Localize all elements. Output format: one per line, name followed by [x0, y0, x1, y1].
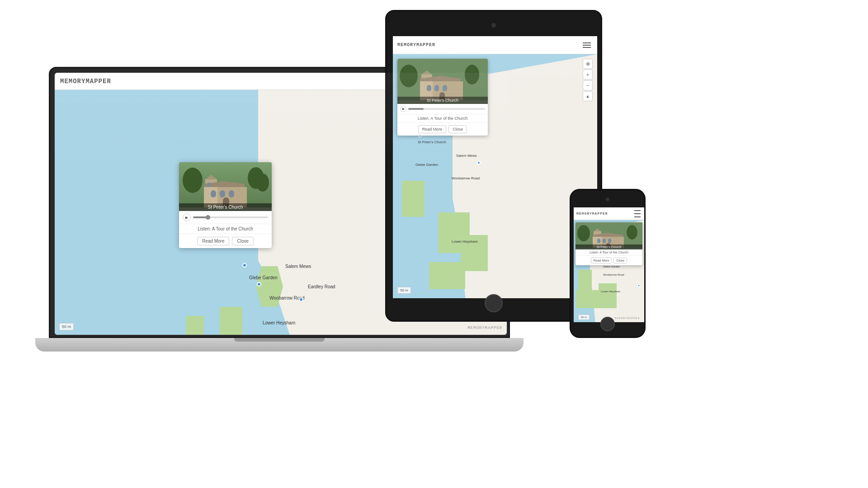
- read-more-button[interactable]: Read More: [197, 237, 229, 245]
- phone-body: MEMORYMAPPER Glebe Garde: [570, 189, 646, 338]
- tablet-listen-label: Listen: A Tour of the Church: [397, 114, 488, 123]
- tablet-popup: St Peter's Church ▶ Listen: A Tour of th…: [397, 59, 488, 136]
- tablet-locate-button[interactable]: ⊕: [583, 59, 593, 69]
- phone-device: MEMORYMAPPER Glebe Garde: [570, 189, 646, 338]
- popup-church-image: St Peter's Church: [179, 162, 272, 211]
- phone-screen: MEMORYMAPPER Glebe Garde: [574, 207, 644, 322]
- tablet-app-logo: MEMORYMAPPER: [397, 42, 435, 47]
- svg-point-3: [256, 174, 269, 192]
- tablet-app: MEMORYMAPPER: [393, 36, 597, 298]
- svg-point-29: [577, 225, 590, 241]
- phone-app-logo: MEMORYMAPPER: [576, 211, 608, 216]
- tablet-zoom-out-button[interactable]: −: [583, 80, 593, 90]
- phone-label-glebe: Glebe Garden: [603, 265, 620, 268]
- svg-rect-11: [229, 190, 234, 197]
- map-marker-4[interactable]: [257, 282, 261, 286]
- popup-church-title: St Peter's Church: [179, 203, 272, 211]
- phone-navbar: MEMORYMAPPER: [574, 207, 644, 220]
- svg-rect-9: [211, 190, 216, 197]
- tablet-label-glebe: Glebe Garden: [415, 163, 438, 167]
- tablet-play-button[interactable]: ▶: [400, 106, 406, 112]
- phone-menu-button[interactable]: [633, 209, 642, 218]
- tablet-label-woobarrow: Woobarrow Road: [452, 176, 480, 180]
- phone-app: MEMORYMAPPER Glebe Garde: [574, 207, 644, 322]
- svg-rect-38: [608, 239, 611, 243]
- svg-rect-24: [434, 85, 439, 91]
- tablet-navbar: MEMORYMAPPER: [393, 36, 597, 54]
- phone-home-button[interactable]: [600, 317, 615, 331]
- phone-marker-2[interactable]: [637, 284, 641, 287]
- svg-rect-36: [597, 239, 600, 243]
- tablet-map-green-4: [429, 262, 465, 289]
- phone-popup: St Peter's Church Listen: A Tour of the …: [576, 222, 642, 265]
- phone-map-green-1: [578, 270, 592, 292]
- tablet-zoom-in-button[interactable]: +: [583, 70, 593, 80]
- svg-rect-23: [427, 85, 431, 91]
- play-button[interactable]: ▶: [183, 213, 191, 221]
- phone-map-green-2: [599, 283, 617, 308]
- popup-audio-player: ▶: [179, 211, 272, 224]
- map-label-eardley: Eardley Road: [308, 284, 335, 289]
- audio-progress-bar[interactable]: [193, 216, 268, 218]
- phone-map[interactable]: Glebe Garden Woobarrow Road Lower Heysha…: [574, 220, 644, 322]
- svg-point-1: [183, 168, 203, 193]
- map-label-lower-heysham: Lower Heysham: [263, 320, 295, 325]
- tablet-label-church: St Peter's Church: [418, 140, 446, 144]
- tablet-popup-actions: Read More Close: [397, 123, 488, 136]
- phone-listen-label: Listen: A Tour of the Church: [576, 249, 642, 256]
- tablet-label-salem: Salem Mews: [456, 154, 477, 158]
- laptop-popup: St Peter's Church ▶ Listen: A Tour of th…: [179, 162, 272, 248]
- tablet-screen: MEMORYMAPPER: [393, 36, 597, 298]
- tablet-scale-bar: 50 m: [397, 287, 411, 294]
- map-label-salem: Salem Mews: [285, 264, 311, 269]
- tablet-home-button[interactable]: [485, 294, 503, 312]
- tablet-label-lower: Lower Heysham: [452, 239, 478, 244]
- phone-map-green-3: [576, 290, 599, 308]
- svg-rect-10: [220, 190, 225, 197]
- svg-point-30: [627, 225, 637, 239]
- phone-camera: [606, 197, 609, 201]
- map-green-5: [186, 316, 204, 335]
- tablet-popup-audio: ▶: [397, 104, 488, 114]
- tablet-popup-image: St Peter's Church: [397, 59, 488, 104]
- popup-listen-label: Listen: A Tour of the Church: [179, 224, 272, 234]
- phone-label-woobarrow: Woobarrow Road: [603, 273, 624, 276]
- svg-rect-37: [603, 239, 606, 243]
- phone-watermark: MEMORYMAPPER: [615, 317, 640, 320]
- tablet-camera: [491, 23, 496, 28]
- phone-popup-image: St Peter's Church: [576, 222, 642, 249]
- close-button[interactable]: Close: [232, 237, 254, 245]
- phone-label-lower: Lower Heysham: [601, 290, 620, 293]
- tablet-map-green-1: [402, 181, 425, 217]
- map-watermark: MEMORYMAPPER: [467, 326, 502, 330]
- phone-read-more-button[interactable]: Read More: [591, 258, 612, 263]
- tablet-audio-bar[interactable]: [408, 108, 485, 110]
- map-label-glebe: Glebe Garden: [249, 275, 278, 280]
- tablet-popup-church-title: St Peter's Church: [397, 97, 488, 104]
- svg-rect-25: [443, 85, 447, 91]
- tablet-north-button[interactable]: ▲: [583, 91, 593, 101]
- tablet-map-controls: ⊕ + − ▲: [583, 59, 593, 101]
- tablet-read-more-button[interactable]: Read More: [418, 125, 447, 133]
- tablet-close-button[interactable]: Close: [448, 125, 467, 133]
- svg-point-16: [400, 65, 418, 87]
- popup-actions: Read More Close: [179, 234, 272, 248]
- tablet-map[interactable]: Salem Mews Glebe Garden Woobarrow Road L…: [393, 54, 597, 298]
- map-green-2: [220, 307, 242, 335]
- phone-close-button[interactable]: Close: [613, 258, 627, 263]
- phone-popup-church-title: St Peter's Church: [576, 244, 642, 249]
- phone-popup-actions: Read More Close: [576, 256, 642, 265]
- svg-point-17: [465, 65, 479, 84]
- map-marker-church[interactable]: [242, 263, 247, 267]
- scale-bar: 50 m: [59, 323, 74, 330]
- laptop-app-logo: MEMORYMAPPER: [60, 78, 111, 85]
- laptop-base: [35, 338, 524, 352]
- tablet-menu-button[interactable]: [581, 41, 593, 50]
- map-green-1: [256, 266, 283, 307]
- svg-rect-12: [207, 183, 211, 187]
- audio-scrubber: [206, 215, 210, 220]
- map-marker-5[interactable]: [299, 297, 303, 302]
- tablet-marker-2[interactable]: [477, 161, 481, 164]
- phone-scale-bar: 50 m: [578, 314, 590, 320]
